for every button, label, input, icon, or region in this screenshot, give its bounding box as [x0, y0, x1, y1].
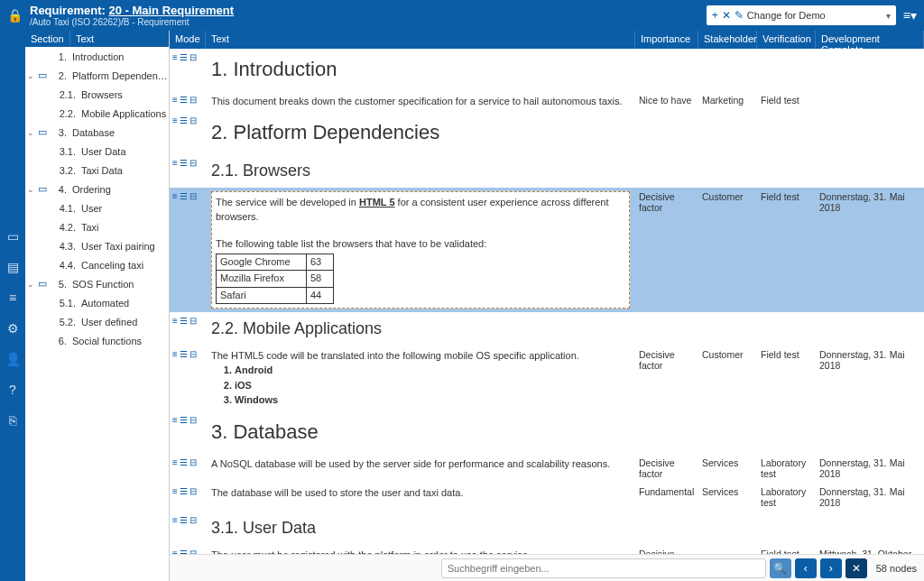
- outline-col-section[interactable]: Section: [25, 31, 70, 47]
- close-icon[interactable]: ✕: [722, 9, 731, 22]
- col-importance[interactable]: Importance: [635, 31, 698, 49]
- rail-help-icon[interactable]: ?: [9, 383, 16, 397]
- col-dev-complete[interactable]: Development Complete: [816, 31, 924, 49]
- col-text[interactable]: Text: [206, 31, 635, 49]
- mode-text-icon[interactable]: ≡: [172, 549, 178, 554]
- chevron-icon[interactable]: ⌄: [25, 71, 36, 80]
- mode-struct-icon[interactable]: ☰: [180, 415, 188, 425]
- rail-exit-icon[interactable]: ⎘: [9, 413, 16, 428]
- outline-item[interactable]: 4.4.Canceling taxi: [25, 255, 169, 274]
- outline-item[interactable]: ⌄▭3.Database: [25, 123, 169, 142]
- content-row[interactable]: ≡☰⊟1. Introduction: [170, 49, 924, 91]
- mode-list-icon[interactable]: ⊟: [189, 415, 197, 425]
- col-verification[interactable]: Verification: [757, 31, 816, 49]
- lock-icon[interactable]: 🔒: [7, 8, 23, 23]
- rail-user-icon[interactable]: 👤: [5, 352, 21, 366]
- mode-text-icon[interactable]: ≡: [172, 486, 178, 496]
- mode-text-icon[interactable]: ≡: [172, 52, 178, 62]
- outline-item[interactable]: 4.3.User Taxi pairing: [25, 236, 169, 255]
- title-num[interactable]: 20 - Main Requirement: [108, 4, 234, 17]
- mode-struct-icon[interactable]: ☰: [180, 515, 188, 525]
- mode-list-icon[interactable]: ⊟: [189, 515, 197, 525]
- mode-text-icon[interactable]: ≡: [172, 457, 178, 467]
- pencil-icon[interactable]: ✎: [735, 9, 744, 22]
- content-row[interactable]: ≡☰⊟A NoSQL database will be used by the …: [170, 454, 924, 483]
- mode-list-icon[interactable]: ⊟: [189, 191, 197, 201]
- outline-item[interactable]: 1.Introduction: [25, 47, 169, 66]
- mode-text-icon[interactable]: ≡: [172, 158, 178, 168]
- mode-list-icon[interactable]: ⊟: [189, 115, 197, 125]
- search-close-button[interactable]: ✕: [845, 558, 867, 578]
- outline-item[interactable]: ⌄▭4.Ordering: [25, 180, 169, 198]
- mode-struct-icon[interactable]: ☰: [180, 549, 188, 554]
- mode-text-icon[interactable]: ≡: [172, 349, 178, 359]
- outline-label: Taxi Data: [81, 165, 169, 176]
- rail-panel-icon[interactable]: ▭: [7, 229, 19, 244]
- breadcrumb[interactable]: /Auto Taxi (ISO 26262)/B - Requirement: [30, 17, 234, 27]
- outline-item[interactable]: ⌄▭2.Platform Dependencies: [25, 66, 169, 85]
- outline-item[interactable]: 5.2.User defined: [25, 312, 169, 331]
- chevron-icon[interactable]: ⌄: [25, 280, 36, 289]
- content-row[interactable]: ≡☰⊟The database will be used to store th…: [170, 483, 924, 512]
- chevron-down-icon[interactable]: ▾: [886, 11, 891, 21]
- content-row[interactable]: ≡☰⊟2. Platform Dependencies: [170, 112, 924, 154]
- mode-list-icon[interactable]: ⊟: [189, 52, 197, 62]
- content-row[interactable]: ≡☰⊟3. Database: [170, 411, 924, 454]
- outline-item[interactable]: 2.1.Browsers: [25, 85, 169, 104]
- mode-list-icon[interactable]: ⊟: [189, 158, 197, 168]
- mode-text-icon[interactable]: ≡: [172, 316, 178, 326]
- search-button[interactable]: 🔍: [770, 558, 791, 578]
- content-row[interactable]: ≡☰⊟This document breaks down the custome…: [170, 91, 924, 112]
- outline-item[interactable]: 2.2.Mobile Applications: [25, 104, 169, 123]
- mode-list-icon[interactable]: ⊟: [189, 457, 197, 467]
- mode-list-icon[interactable]: ⊟: [189, 486, 197, 496]
- col-stakeholder[interactable]: Stakeholder: [698, 31, 757, 49]
- outline-item[interactable]: ⌄▭5.SOS Function: [25, 274, 169, 293]
- mode-text-icon[interactable]: ≡: [172, 191, 178, 201]
- mode-list-icon[interactable]: ⊟: [189, 316, 197, 326]
- content-row[interactable]: ≡☰⊟The HTML5 code will be translated int…: [170, 346, 924, 411]
- outline-item[interactable]: 3.1.User Data: [25, 142, 169, 161]
- change-label: Change for Demo: [747, 10, 886, 21]
- mode-text-icon[interactable]: ≡: [172, 515, 178, 525]
- content-row[interactable]: ≡☰⊟The service will be developed in HTML…: [170, 188, 924, 312]
- mode-text-icon[interactable]: ≡: [172, 115, 178, 125]
- outline-col-text[interactable]: Text: [70, 31, 169, 47]
- row-text[interactable]: The service will be developed in HTML 5 …: [206, 189, 635, 310]
- outline-item[interactable]: 4.2.Taxi: [25, 217, 169, 236]
- mode-struct-icon[interactable]: ☰: [180, 115, 188, 125]
- mode-struct-icon[interactable]: ☰: [180, 95, 188, 105]
- mode-struct-icon[interactable]: ☰: [180, 486, 188, 496]
- menu-icon[interactable]: ≡▾: [903, 8, 917, 23]
- content-row[interactable]: ≡☰⊟3.1. User Data: [170, 512, 924, 545]
- mode-struct-icon[interactable]: ☰: [180, 52, 188, 62]
- outline-item[interactable]: 3.2.Taxi Data: [25, 161, 169, 180]
- search-next-button[interactable]: ›: [820, 558, 842, 578]
- content-row[interactable]: ≡☰⊟2.1. Browsers: [170, 154, 924, 188]
- mode-struct-icon[interactable]: ☰: [180, 316, 188, 326]
- mode-text-icon[interactable]: ≡: [172, 95, 178, 105]
- chevron-icon[interactable]: ⌄: [25, 185, 36, 194]
- chevron-icon[interactable]: ⌄: [25, 128, 36, 137]
- mode-struct-icon[interactable]: ☰: [180, 158, 188, 168]
- mode-list-icon[interactable]: ⊟: [189, 349, 197, 359]
- outline-item[interactable]: 5.1.Automated: [25, 293, 169, 312]
- content-row[interactable]: ≡☰⊟2.2. Mobile Applications: [170, 312, 924, 346]
- outline-item[interactable]: 4.1.User: [25, 198, 169, 217]
- search-prev-button[interactable]: ‹: [795, 558, 817, 578]
- mode-struct-icon[interactable]: ☰: [180, 349, 188, 359]
- mode-list-icon[interactable]: ⊟: [189, 95, 197, 105]
- outline-item[interactable]: 6.Social functions: [25, 331, 169, 350]
- mode-struct-icon[interactable]: ☰: [180, 191, 188, 201]
- col-mode[interactable]: Mode: [170, 31, 206, 49]
- mode-struct-icon[interactable]: ☰: [180, 457, 188, 467]
- change-selector[interactable]: + ✕ ✎ Change for Demo ▾: [707, 5, 896, 25]
- content-row[interactable]: ≡☰⊟The user must be registered with the …: [170, 545, 924, 554]
- mode-text-icon[interactable]: ≡: [172, 415, 178, 425]
- rail-gear-icon[interactable]: ⚙: [7, 321, 19, 336]
- rail-chart-icon[interactable]: ▤: [7, 260, 19, 274]
- search-input[interactable]: [441, 558, 766, 578]
- plus-icon[interactable]: +: [712, 9, 718, 22]
- mode-list-icon[interactable]: ⊟: [189, 549, 197, 554]
- rail-list-icon[interactable]: ≡: [9, 290, 16, 305]
